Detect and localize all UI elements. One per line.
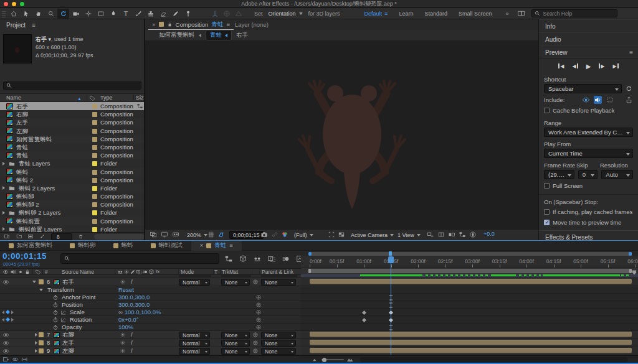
layer-track[interactable] (301, 347, 638, 355)
zoom-in-mountain-icon[interactable] (346, 356, 353, 363)
property-name[interactable]: Anchor Point (62, 294, 95, 301)
layer-duration-bar[interactable] (310, 332, 632, 337)
layer-track[interactable] (301, 278, 638, 286)
playhead-grip[interactable] (388, 256, 394, 263)
panel-menu-icon[interactable]: ≡ (229, 242, 233, 249)
keyframe-at-time-icon[interactable] (6, 310, 10, 314)
label-swatch[interactable] (92, 153, 97, 158)
expand-transfer-controls-icon[interactable] (12, 356, 19, 363)
label-swatch[interactable] (92, 129, 97, 134)
last-frame-button[interactable]: ▶ (613, 63, 619, 69)
property-name[interactable]: Scale (70, 309, 85, 315)
close-tab-icon[interactable]: × (152, 21, 156, 28)
skip-dropdown[interactable]: 0 (578, 170, 598, 179)
interpret-footage-icon[interactable] (4, 233, 11, 240)
label-swatch[interactable] (92, 186, 97, 191)
property-track[interactable] (301, 286, 638, 294)
label-swatch[interactable] (92, 227, 97, 232)
label-swatch[interactable] (92, 178, 97, 183)
play-button[interactable]: ▶ (586, 63, 591, 70)
breadcrumb-root[interactable]: 如何當隻蝌蚪 (159, 31, 194, 39)
region-of-interest-icon[interactable] (328, 231, 335, 238)
current-time-display[interactable]: 0;00;01;15 (2, 251, 47, 261)
project-item[interactable]: 右腳Composition (0, 110, 145, 118)
expand-icon[interactable] (35, 349, 37, 353)
next-keyframe-icon[interactable] (11, 318, 14, 322)
bit-depth-button[interactable]: 8 bpc (51, 233, 72, 240)
frame-rate-dropdown[interactable]: (29.97) (544, 170, 574, 179)
property-name[interactable]: Rotation (70, 316, 92, 323)
project-item[interactable]: 右手Composition (0, 102, 145, 110)
property-group-name[interactable]: Transform (47, 286, 74, 293)
axis-world-axis[interactable] (222, 9, 231, 19)
motion-blur-button[interactable] (282, 254, 290, 263)
keyframe-icon[interactable] (362, 317, 366, 322)
project-item[interactable]: 左腳Composition (0, 127, 145, 135)
property-row[interactable]: Position300.0,300.0 (0, 301, 301, 309)
layer-track[interactable] (301, 331, 638, 339)
workspace-menu-icon[interactable]: ≡ (384, 11, 388, 17)
panel-menu-icon[interactable]: ≡ (629, 46, 633, 59)
layer-number-column[interactable]: # (45, 269, 48, 274)
project-item[interactable]: 蝌蚪卵 2 LayersFolder (0, 208, 145, 217)
camera-dropdown[interactable]: Active Camera (349, 231, 396, 239)
timeline-zoom-knob[interactable] (322, 358, 326, 362)
tool-stamp[interactable] (145, 9, 156, 19)
tool-roto-brush[interactable] (169, 9, 181, 19)
panel-grip[interactable] (2, 10, 6, 17)
breadcrumb-leaf[interactable]: 右手 (236, 31, 248, 39)
quality-switch[interactable]: / (131, 347, 133, 355)
panel-info[interactable]: Info (539, 19, 638, 32)
label-column-icon[interactable] (35, 269, 41, 274)
mini-flowchart-icon[interactable] (459, 231, 466, 238)
constrain-proportions-icon[interactable]: ∞ (118, 309, 123, 315)
play-from-dropdown[interactable]: Current Time (544, 149, 633, 158)
property-value[interactable]: ∞100.0,100.0% (118, 309, 161, 315)
expand-icon[interactable] (2, 186, 5, 190)
create-folder-icon[interactable] (16, 233, 22, 240)
label-swatch[interactable] (92, 112, 97, 117)
trkmat-column[interactable]: TrkMat (222, 269, 238, 274)
workspace-manager-icon[interactable] (517, 9, 525, 17)
label-swatch[interactable] (92, 194, 97, 199)
property-name[interactable]: Position (62, 301, 83, 308)
label-swatch[interactable] (92, 104, 97, 109)
time-ruler[interactable]: 0:00f00:15f01:00f01:15f02:00f02:15f03:00… (301, 256, 638, 268)
work-area-start-handle[interactable] (308, 269, 311, 273)
viewer-timecode[interactable]: 0;00;01;15 (229, 231, 264, 239)
timeline-track-area[interactable]: 0:00f00:15f01:00f01:15f02:00f02:15f03:00… (301, 251, 638, 355)
shortcut-dropdown[interactable]: Spacebar (544, 84, 622, 93)
breadcrumb-current[interactable]: 青蛙 (206, 30, 232, 40)
play-cached-frames-checkbox[interactable] (544, 209, 550, 215)
channel-icon[interactable] (281, 231, 288, 238)
tool-brush[interactable] (132, 9, 144, 19)
resolution-dropdown[interactable]: Auto (601, 170, 633, 179)
range-dropdown[interactable]: Work Area Extended By Current … (544, 128, 633, 137)
timeline-tab[interactable]: 蝌蚪 (105, 241, 142, 251)
property-track[interactable] (301, 324, 638, 331)
project-search[interactable] (3, 82, 141, 90)
panel-menu-icon[interactable]: ≡ (32, 19, 36, 32)
project-item[interactable]: 左手Composition (0, 118, 145, 126)
shy-button[interactable] (253, 254, 262, 263)
label-swatch[interactable] (39, 348, 44, 353)
previous-frame-button[interactable]: ◀ (572, 63, 578, 69)
layer-row[interactable]: 9左腳/NormalNoneNone (0, 347, 301, 355)
panel-audio[interactable]: Audio (539, 32, 638, 45)
label-column-icon[interactable] (89, 95, 95, 101)
frame-blend-button[interactable] (267, 254, 276, 263)
current-time-indicator[interactable] (391, 256, 391, 355)
audio-column-icon[interactable] (10, 269, 16, 274)
t-column[interactable]: T (214, 269, 217, 274)
tool-home[interactable] (7, 9, 19, 19)
time-navigator[interactable] (301, 251, 638, 256)
axis-view-axis[interactable] (234, 9, 243, 19)
project-item[interactable]: 蝌蚪前置Composition (0, 217, 145, 225)
source-name-column[interactable]: Source Name (62, 269, 94, 274)
property-value[interactable]: 0x+0.0° (118, 316, 139, 323)
tool-rotate[interactable] (57, 9, 69, 19)
trkmat-dropdown[interactable]: None (221, 279, 250, 286)
label-swatch[interactable] (92, 219, 97, 224)
work-area-bar[interactable] (301, 268, 638, 274)
keyframe-navigator[interactable] (2, 316, 14, 323)
